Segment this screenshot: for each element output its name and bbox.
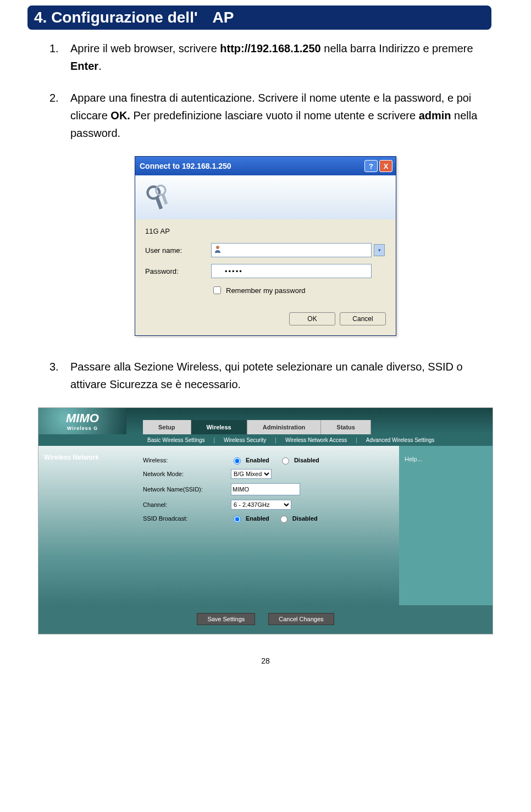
username-input[interactable] <box>211 243 372 257</box>
wireless-disabled-radio[interactable] <box>282 457 289 465</box>
sep-icon: | <box>213 437 215 443</box>
broadcast-disabled-text: Disabled <box>292 515 318 522</box>
page-number: 28 <box>27 656 504 665</box>
sub-nav: Basic Wireless Settings | Wireless Secur… <box>38 434 493 446</box>
ssid-input[interactable] <box>231 483 300 495</box>
step-3-text: Passare alla Sezione Wireless, qui potet… <box>70 361 463 390</box>
subnav-advanced[interactable]: Advanced Wireless Settings <box>362 437 439 443</box>
logo-main: MIMO <box>66 411 99 426</box>
auth-dialog: Connect to 192.168.1.250 ? X 11G AP User… <box>135 156 396 336</box>
username-label: User name: <box>145 246 211 255</box>
remember-checkbox[interactable] <box>213 286 221 294</box>
section-title: 4. Configurazione dell' AP <box>27 5 491 30</box>
cancel-button[interactable]: Cancel <box>340 312 386 325</box>
save-settings-button[interactable]: Save Settings <box>197 613 255 625</box>
step-1: 1. Aprire il web browser, scrivere http:… <box>49 40 504 75</box>
subnav-access[interactable]: Wireless Network Access <box>281 437 351 443</box>
username-dropdown-icon[interactable]: ▾ <box>374 244 385 256</box>
broadcast-enabled-radio[interactable] <box>234 516 241 523</box>
keys-icon <box>144 183 173 212</box>
channel-select[interactable]: 6 - 2.437GHz <box>231 500 291 510</box>
tab-setup[interactable]: Setup <box>143 420 191 434</box>
step-1-enter: Enter <box>70 60 98 72</box>
router-logo: MIMO Wireless G <box>38 408 126 434</box>
step-2-text-b: Per predefinizione lasciare vuoto il nom… <box>130 109 419 121</box>
password-label: Password: <box>145 267 211 275</box>
svg-point-4 <box>216 246 219 249</box>
wireless-enabled-radio[interactable] <box>234 457 241 465</box>
mode-label: Network Mode: <box>143 471 231 477</box>
step-1-number: 1. <box>49 40 70 75</box>
remember-label: Remember my password <box>226 286 306 295</box>
step-1-url: http://192.168.1.250 <box>220 42 320 54</box>
router-side-heading: Wireless Network <box>38 446 137 605</box>
auth-title: Connect to 192.168.1.250 <box>140 162 231 170</box>
help-panel: Help... <box>399 446 493 605</box>
step-1-text-c: . <box>98 60 102 72</box>
svg-rect-1 <box>155 196 163 209</box>
password-input[interactable] <box>211 264 372 278</box>
broadcast-label: SSID Broadcast: <box>143 515 231 522</box>
step-2-number: 2. <box>49 89 70 142</box>
subnav-security[interactable]: Wireless Security <box>219 437 270 443</box>
router-admin-screenshot: MIMO Wireless G Setup Wireless Administr… <box>38 407 493 634</box>
broadcast-disabled-radio[interactable] <box>280 516 287 523</box>
wireless-disabled-text: Disabled <box>294 457 319 463</box>
mode-select[interactable]: B/G Mixed <box>231 469 272 479</box>
svg-rect-3 <box>161 194 168 205</box>
logo-sub: Wireless G <box>67 426 98 431</box>
sep-icon: | <box>275 437 276 443</box>
cancel-changes-button[interactable]: Cancel Changes <box>268 613 334 625</box>
ok-button[interactable]: OK <box>289 312 335 325</box>
wireless-label: Wireless: <box>143 457 231 463</box>
step-2-ok: OK. <box>110 109 130 121</box>
auth-server-name: 11G AP <box>145 227 386 235</box>
step-1-text-a: Aprire il web browser, scrivere <box>70 42 220 54</box>
tab-administration[interactable]: Administration <box>247 420 322 434</box>
close-icon[interactable]: X <box>379 160 392 172</box>
router-form: Wireless: Enabled Disabled Network Mode:… <box>137 446 399 605</box>
step-1-text-b: nella barra Indirizzo e premere <box>321 42 473 54</box>
channel-label: Channel: <box>143 501 231 508</box>
ssid-label: Network Name(SSID): <box>143 486 231 493</box>
subnav-basic[interactable]: Basic Wireless Settings <box>143 437 209 443</box>
step-3-number: 3. <box>49 358 70 393</box>
tab-status[interactable]: Status <box>321 420 371 434</box>
step-2: 2. Appare una finestra di autenticazione… <box>49 89 504 142</box>
sep-icon: | <box>356 437 357 443</box>
step-3: 3. Passare alla Sezione Wireless, qui po… <box>49 358 504 393</box>
top-tabs: Setup Wireless Administration Status <box>126 408 493 434</box>
tab-wireless[interactable]: Wireless <box>191 420 247 434</box>
wireless-enabled-text: Enabled <box>246 457 269 463</box>
broadcast-enabled-text: Enabled <box>246 515 269 522</box>
help-icon[interactable]: ? <box>364 160 378 172</box>
auth-titlebar: Connect to 192.168.1.250 ? X <box>135 157 396 175</box>
user-icon <box>213 245 222 253</box>
auth-header-graphic <box>135 175 396 219</box>
help-link[interactable]: Help... <box>405 456 422 462</box>
step-2-admin: admin <box>419 109 451 121</box>
